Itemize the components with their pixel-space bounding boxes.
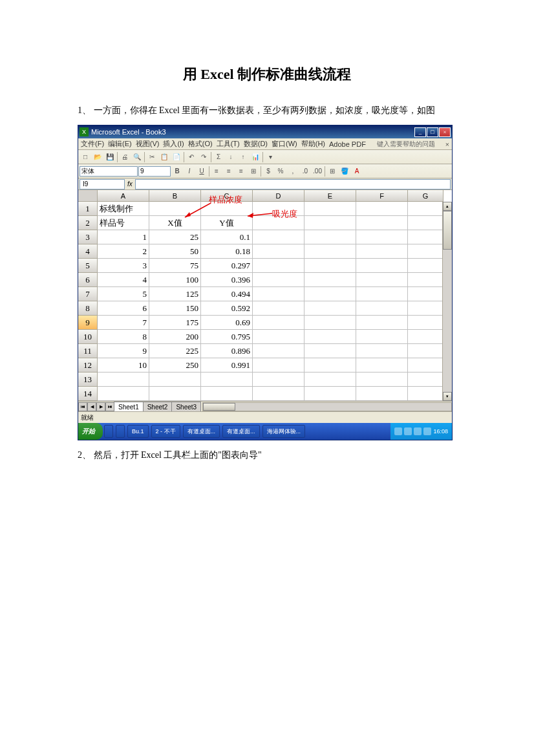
row-header-7[interactable]: 7	[78, 287, 98, 301]
cell-E5[interactable]	[304, 259, 356, 273]
borders-icon[interactable]: ⊞	[326, 166, 338, 177]
cell-E13[interactable]	[304, 373, 356, 387]
print-icon[interactable]: 🖨	[119, 151, 131, 163]
cell-B3[interactable]: 25	[149, 230, 201, 244]
align-left-icon[interactable]: ≡	[211, 166, 222, 177]
cell-F5[interactable]	[356, 259, 408, 273]
cell-E4[interactable]	[304, 244, 356, 259]
cell-B4[interactable]: 50	[149, 244, 201, 259]
tray-icon[interactable]	[423, 427, 431, 435]
cell-C12[interactable]: 0.991	[201, 358, 253, 373]
start-button[interactable]: 开始	[78, 423, 103, 440]
cell-G10[interactable]	[408, 330, 443, 344]
cell-E6[interactable]	[304, 273, 356, 287]
undo-icon[interactable]: ↶	[186, 151, 197, 163]
row-header-5[interactable]: 5	[78, 259, 98, 273]
cell-B8[interactable]: 150	[149, 301, 201, 316]
redo-icon[interactable]: ↷	[198, 151, 209, 163]
cell-E2[interactable]	[304, 216, 356, 230]
cell-B6[interactable]: 100	[149, 273, 201, 287]
cell-E9[interactable]	[304, 316, 356, 330]
cell-D10[interactable]	[253, 330, 304, 344]
sheet-tab-3[interactable]: Sheet3	[171, 402, 201, 411]
tab-nav-next-icon[interactable]: ▶	[96, 402, 105, 411]
cell-A5[interactable]: 3	[98, 259, 149, 273]
cell-G3[interactable]	[408, 230, 443, 244]
cell-A6[interactable]: 4	[98, 273, 149, 287]
cell-C10[interactable]: 0.795	[201, 330, 253, 344]
cell-C3[interactable]: 0.1	[201, 230, 253, 244]
cell-D9[interactable]	[253, 316, 304, 330]
cell-F2[interactable]	[356, 216, 408, 230]
hscroll-thumb[interactable]	[203, 403, 235, 411]
currency-icon[interactable]: $	[262, 166, 274, 177]
cell-A9[interactable]: 7	[98, 316, 149, 330]
cell-G9[interactable]	[408, 316, 443, 330]
menu-window[interactable]: 窗口(W)	[272, 139, 297, 149]
cell-A14[interactable]	[98, 387, 149, 401]
underline-icon[interactable]: U	[196, 166, 208, 177]
column-header-B[interactable]: B	[149, 190, 201, 202]
row-header-14[interactable]: 14	[78, 387, 98, 401]
cell-C13[interactable]	[201, 373, 253, 387]
cell-C1[interactable]	[201, 202, 253, 216]
cell-F4[interactable]	[356, 244, 408, 259]
cell-B9[interactable]: 175	[149, 316, 201, 330]
cell-A4[interactable]: 2	[98, 244, 149, 259]
cell-C6[interactable]: 0.396	[201, 273, 253, 287]
cell-F14[interactable]	[356, 387, 408, 401]
bold-icon[interactable]: B	[171, 166, 183, 177]
cell-D14[interactable]	[253, 387, 304, 401]
cell-D4[interactable]	[253, 244, 304, 259]
cell-E3[interactable]	[304, 230, 356, 244]
menu-insert[interactable]: 插入(I)	[163, 139, 184, 149]
cell-G4[interactable]	[408, 244, 443, 259]
cell-B2[interactable]: X值	[149, 216, 201, 230]
cell-G5[interactable]	[408, 259, 443, 273]
cell-F1[interactable]	[356, 202, 408, 216]
column-header-C[interactable]: C	[201, 190, 253, 202]
close-button[interactable]: ×	[439, 127, 451, 137]
select-all-corner[interactable]	[78, 190, 98, 202]
cell-A13[interactable]	[98, 373, 149, 387]
column-header-F[interactable]: F	[356, 190, 408, 202]
cell-B13[interactable]	[149, 373, 201, 387]
vertical-scrollbar[interactable]: ▴ ▾	[442, 202, 452, 401]
tray-icon[interactable]	[394, 427, 402, 435]
cell-F10[interactable]	[356, 330, 408, 344]
name-box[interactable]: I9	[80, 179, 125, 189]
cell-A8[interactable]: 6	[98, 301, 149, 316]
merge-icon[interactable]: ⊞	[248, 166, 259, 177]
cell-E1[interactable]	[304, 202, 356, 216]
tab-nav-first-icon[interactable]: ⏮	[78, 402, 87, 411]
italic-icon[interactable]: I	[184, 166, 195, 177]
cell-F6[interactable]	[356, 273, 408, 287]
cell-D5[interactable]	[253, 259, 304, 273]
cell-D8[interactable]	[253, 301, 304, 316]
cell-C5[interactable]: 0.297	[201, 259, 253, 273]
cell-B12[interactable]: 250	[149, 358, 201, 373]
taskbar-item[interactable]: Bu.1	[127, 425, 149, 438]
formula-bar[interactable]	[135, 179, 451, 189]
save-icon[interactable]: 💾	[104, 151, 116, 163]
cell-D3[interactable]	[253, 230, 304, 244]
cell-F7[interactable]	[356, 287, 408, 301]
horizontal-scrollbar[interactable]	[202, 402, 452, 411]
tab-nav-prev-icon[interactable]: ◀	[87, 402, 96, 411]
cell-E11[interactable]	[304, 344, 356, 358]
cut-icon[interactable]: ✂	[146, 151, 158, 163]
minimize-button[interactable]: _	[414, 127, 426, 137]
align-right-icon[interactable]: ≡	[235, 166, 247, 177]
row-header-6[interactable]: 6	[78, 273, 98, 287]
taskbar-item[interactable]: 有道桌面...	[222, 425, 260, 438]
maximize-button[interactable]: □	[427, 127, 438, 137]
open-icon[interactable]: 📂	[92, 151, 103, 163]
menu-format[interactable]: 格式(O)	[188, 139, 213, 149]
cell-E14[interactable]	[304, 387, 356, 401]
copy-icon[interactable]: 📋	[158, 151, 170, 163]
more-icon[interactable]: ▾	[264, 151, 276, 163]
scroll-up-icon[interactable]: ▴	[443, 202, 452, 211]
cell-B14[interactable]	[149, 387, 201, 401]
sort-asc-icon[interactable]: ↓	[225, 151, 237, 163]
row-header-3[interactable]: 3	[78, 230, 98, 244]
